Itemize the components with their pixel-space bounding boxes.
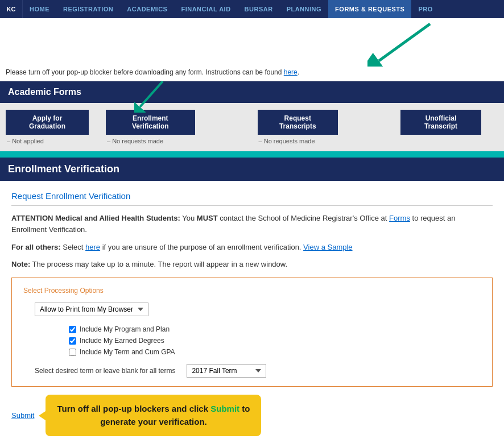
main-content: Request Enrollment Verification ATTENTIO…: [0, 181, 504, 443]
nav-item-bursar[interactable]: BURSAR: [238, 0, 280, 18]
nav-item-registration[interactable]: REGISTRATION: [56, 0, 120, 18]
attention-contact: contact the School of Medicine Registrar…: [220, 214, 389, 222]
enrollment-verification-button[interactable]: Enrollment Verification: [106, 110, 195, 135]
processing-select-row: Allow to Print from My Browser Save as P…: [23, 303, 481, 316]
note-paragraph: Note: The process may take up to a minut…: [11, 259, 493, 270]
checkbox-program-plan-label: Include My Program and Plan: [80, 325, 170, 333]
checkbox-program-plan[interactable]: Include My Program and Plan: [69, 325, 481, 333]
term-label: Select desired term or leave blank for a…: [35, 367, 175, 375]
request-transcripts-group: Request Transcripts – No requests made: [258, 110, 338, 144]
notice-text: Please turn off your pop-up blocker befo…: [6, 68, 284, 76]
attention-forms-link[interactable]: Forms: [389, 214, 410, 222]
note-text: The process may take up to a minute. The…: [32, 260, 288, 268]
ev-section-header: Enrollment Verification: [0, 158, 504, 181]
apply-graduation-status: – Not applied: [6, 138, 44, 144]
section-title: Request Enrollment Verification: [11, 191, 493, 206]
teal-divider: [0, 153, 504, 158]
unofficial-transcript-button[interactable]: Unofficial Transcript: [400, 110, 481, 135]
svg-line-3: [140, 81, 163, 107]
processing-box-title: Select Processing Options: [23, 287, 481, 295]
tooltip-line2: to: [239, 404, 250, 413]
for-all-rest: if you are unsure of the purpose of an e…: [102, 243, 303, 251]
request-transcripts-button[interactable]: Request Transcripts: [258, 110, 338, 135]
request-transcripts-status: – No requests made: [258, 138, 315, 144]
term-select[interactable]: 2017 Fall Term 2017 Spring Term 2016 Fal…: [187, 364, 266, 378]
for-all-paragraph: For all others: Select here if you are u…: [11, 242, 493, 253]
term-select-row: Select desired term or leave blank for a…: [23, 364, 481, 378]
for-all-here-link[interactable]: here: [85, 243, 100, 251]
nav-item-forms-requests[interactable]: FORMS & REQUESTS: [328, 0, 411, 18]
small-arrow-icon: [134, 78, 168, 113]
notice-link[interactable]: here: [284, 68, 298, 76]
unofficial-transcript-group: Unofficial Transcript: [400, 110, 481, 138]
nav-item-financial-aid[interactable]: FINANCIAL AID: [174, 0, 237, 18]
academic-forms-buttons: Apply for Graduation – Not applied Enrol…: [0, 103, 504, 153]
tooltip-bubble: Turn off all pop-up blockers and click S…: [46, 395, 261, 436]
processing-options-box: Select Processing Options Allow to Print…: [11, 278, 493, 387]
checkbox-program-plan-input[interactable]: [69, 326, 76, 333]
nav-item-pro[interactable]: PRO: [411, 0, 439, 18]
for-all-select: Select: [63, 243, 85, 251]
attention-must: MUST: [197, 214, 218, 222]
nav-item-home[interactable]: HOME: [23, 0, 56, 18]
nav-item-academics[interactable]: ACADEMICS: [120, 0, 174, 18]
tooltip-line1: Turn off all pop-up blockers and click: [57, 404, 210, 413]
submit-link[interactable]: Submit: [11, 411, 34, 420]
nav-logo: KC: [0, 0, 23, 18]
submit-area: Submit Turn off all pop-up blockers and …: [11, 395, 493, 436]
academic-forms-header: Academic Forms: [0, 81, 504, 103]
tooltip-line3: generate your verification.: [100, 417, 207, 427]
nav-bar: KC HOME REGISTRATION ACADEMICS FINANCIAL…: [0, 0, 504, 18]
processing-select[interactable]: Allow to Print from My Browser Save as P…: [35, 303, 148, 316]
enrollment-verification-group: Enrollment Verification – No requests ma…: [106, 110, 195, 144]
tooltip-submit-link[interactable]: Submit: [210, 404, 239, 413]
apply-graduation-button[interactable]: Apply for Graduation: [6, 110, 89, 135]
checkbox-term-cum-gpa[interactable]: Include My Term and Cum GPA: [69, 348, 481, 356]
checkbox-term-cum-gpa-input[interactable]: [69, 349, 76, 356]
for-all-bold: For all others:: [11, 243, 61, 251]
green-arrow-icon: [367, 21, 436, 67]
enrollment-verification-status: – No requests made: [106, 138, 163, 144]
attention-paragraph: ATTENTION Medical and Allied Health Stud…: [11, 213, 493, 235]
arrow-area: [0, 18, 504, 64]
checkbox-earned-degrees[interactable]: Include My Earned Degrees: [69, 337, 481, 345]
checkbox-earned-degrees-label: Include My Earned Degrees: [80, 337, 164, 345]
checkbox-earned-degrees-input[interactable]: [69, 337, 76, 345]
svg-line-1: [379, 24, 430, 61]
attention-you: You: [182, 214, 197, 222]
checkboxes-area: Include My Program and Plan Include My E…: [23, 325, 481, 356]
note-bold: Note:: [11, 260, 30, 268]
nav-item-planning[interactable]: PLANNING: [280, 0, 328, 18]
academic-forms-section: Academic Forms Apply for Graduation – No…: [0, 81, 504, 153]
notice-suffix: .: [298, 68, 299, 76]
apply-graduation-group: Apply for Graduation – Not applied: [6, 110, 89, 144]
attention-bold: ATTENTION Medical and Allied Health Stud…: [11, 214, 180, 222]
view-sample-link[interactable]: View a Sample: [303, 243, 352, 251]
checkbox-term-cum-gpa-label: Include My Term and Cum GPA: [80, 348, 175, 356]
